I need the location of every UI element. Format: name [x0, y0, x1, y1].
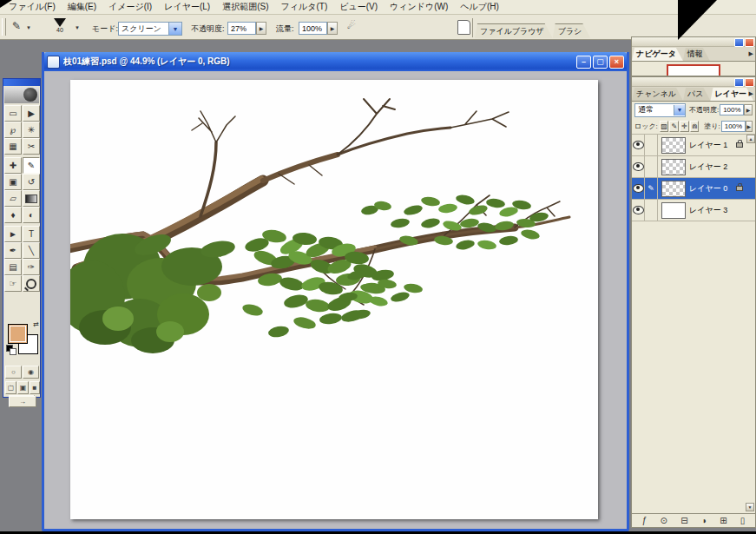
tool-clone-stamp[interactable]: ▣	[4, 174, 22, 190]
menu-edit[interactable]: 編集(E)	[62, 0, 102, 14]
minimize-button[interactable]: –	[576, 56, 591, 69]
quick-mask-button[interactable]: ◉	[23, 366, 39, 379]
fullscreen-button[interactable]: ■	[30, 381, 40, 394]
visibility-toggle[interactable]	[632, 135, 645, 155]
tab-info[interactable]: 情報	[683, 48, 710, 61]
maximize-button[interactable]: ▢	[593, 56, 608, 69]
navigator-preview[interactable]	[667, 64, 720, 76]
lock-position-icon[interactable]: ✛	[680, 121, 689, 132]
layer-thumbnail[interactable]	[661, 181, 686, 197]
fill-arrow[interactable]: ▶	[746, 121, 753, 132]
fullscreen-menu-button[interactable]: ▣	[17, 381, 29, 394]
palette-well-tab-file-browser[interactable]: ファイルブラウザ	[475, 23, 553, 38]
visibility-toggle[interactable]	[632, 200, 645, 221]
mode-select[interactable]: スクリーン ▼	[118, 22, 182, 36]
opacity-slider-arrow[interactable]: ▶	[256, 22, 266, 35]
scroll-up-button[interactable]: ▲	[746, 135, 755, 143]
swap-colors-icon[interactable]: ⇄	[33, 320, 39, 328]
brush-preset-arrow[interactable]: ▼	[75, 25, 80, 30]
layers-opacity-arrow[interactable]: ▶	[744, 104, 753, 115]
tool-line[interactable]: ╲	[23, 242, 40, 259]
editing-cell[interactable]: ✎	[645, 178, 658, 199]
tool-history-brush[interactable]: ↺	[23, 174, 40, 190]
close-button[interactable]: ×	[609, 56, 624, 69]
foreground-color-swatch[interactable]	[8, 324, 28, 344]
brush-tool-icon[interactable]: ✎	[12, 20, 21, 32]
mode-select-arrow-icon[interactable]: ▼	[168, 23, 181, 35]
tool-gradient[interactable]	[23, 190, 40, 207]
menu-select[interactable]: 選択範囲(S)	[217, 0, 273, 14]
scroll-down-button[interactable]: ▼	[746, 503, 754, 511]
tab-channels[interactable]: チャンネル	[632, 88, 683, 101]
tool-notes[interactable]: ▤	[4, 259, 22, 275]
palette-close-button[interactable]	[745, 78, 754, 87]
new-layer-button[interactable]: ⊞	[720, 517, 726, 525]
menu-filter[interactable]: フィルタ(T)	[276, 0, 333, 14]
tab-paths[interactable]: パス	[683, 88, 710, 101]
add-layer-style-button[interactable]: ƒ	[642, 517, 648, 525]
options-bar-grip[interactable]	[2, 18, 6, 36]
tool-eyedropper[interactable]: ✑	[23, 259, 40, 275]
tab-layers[interactable]: レイヤー	[710, 88, 753, 101]
palette-well-tab-brushes[interactable]: ブラシ	[553, 23, 591, 38]
palette-minimize-button[interactable]	[734, 78, 744, 87]
layer-row-2[interactable]: レイヤー 2	[632, 156, 755, 178]
lock-all-icon[interactable]: ⋒	[690, 121, 700, 132]
flow-field[interactable]: 100%	[299, 22, 327, 35]
visibility-toggle[interactable]	[632, 156, 645, 177]
lock-paint-icon[interactable]: ✎	[669, 121, 679, 132]
tab-navigator[interactable]: ナビゲータ	[632, 48, 683, 61]
blend-mode-arrow-icon[interactable]: ▼	[674, 105, 685, 115]
menu-layer[interactable]: レイヤー(L)	[159, 0, 215, 14]
tool-eraser[interactable]: ▱	[4, 190, 22, 207]
tool-healing-brush[interactable]: ✚	[4, 157, 22, 174]
menu-image[interactable]: イメージ(I)	[103, 0, 157, 14]
tool-zoom[interactable]	[23, 275, 40, 292]
lock-transparency-icon[interactable]: ▨	[660, 121, 669, 132]
layer-thumbnail[interactable]	[661, 159, 686, 175]
brush-preset-picker[interactable]: 40	[49, 18, 71, 36]
visibility-toggle[interactable]	[632, 178, 645, 199]
layer-row-1[interactable]: レイヤー 1 ▲	[632, 135, 755, 156]
new-adjustment-layer-button[interactable]: ◑	[701, 517, 707, 525]
link-cell[interactable]	[645, 156, 658, 177]
delete-layer-button[interactable]: ▯	[740, 517, 746, 525]
tool-move[interactable]: ▶	[23, 105, 40, 122]
link-cell[interactable]	[645, 200, 658, 221]
layers-title-bar[interactable]	[632, 77, 755, 87]
standard-mode-button[interactable]: ○	[5, 366, 22, 379]
tool-crop[interactable]: ▦	[4, 138, 22, 155]
palette-close-button[interactable]	[745, 38, 754, 47]
opacity-field[interactable]: 27%	[227, 22, 256, 35]
jump-to-imageready-button[interactable]: →	[9, 396, 36, 407]
file-browser-toggle-icon[interactable]	[457, 20, 470, 35]
tool-brush[interactable]: ✎	[23, 157, 40, 174]
standard-screen-button[interactable]: ▢	[5, 381, 16, 394]
layer-row-0-selected[interactable]: ✎ レイヤー 0	[632, 178, 755, 200]
brush-tool-dropdown-arrow[interactable]: ▼	[26, 25, 31, 30]
layer-thumbnail[interactable]	[661, 137, 686, 154]
tool-dodge[interactable]: ◐	[23, 207, 40, 223]
tool-pen[interactable]: ✒	[4, 242, 22, 259]
layers-opacity-field[interactable]: 100%	[720, 104, 744, 115]
link-cell[interactable]	[645, 135, 658, 155]
tool-lasso[interactable]: ℘	[4, 122, 22, 138]
palette-minimize-button[interactable]	[734, 38, 744, 47]
default-colors-icon[interactable]	[6, 345, 15, 353]
palette-menu-arrow-icon[interactable]: ▶	[749, 90, 753, 97]
tool-marquee[interactable]: ▭	[4, 105, 22, 122]
layer-row-3[interactable]: レイヤー 3	[632, 200, 755, 221]
tool-type[interactable]: T	[23, 226, 40, 242]
layer-thumbnail[interactable]	[661, 202, 686, 219]
menu-view[interactable]: ビュー(V)	[334, 0, 383, 14]
airbrush-toggle-icon[interactable]: ☄	[347, 20, 356, 31]
tool-slice[interactable]: ✂	[23, 138, 40, 155]
blend-mode-select[interactable]: 通常 ▼	[634, 103, 686, 117]
new-layer-set-button[interactable]: ⊟	[680, 517, 687, 525]
menu-help[interactable]: ヘルプ(H)	[455, 0, 504, 14]
flow-slider-arrow[interactable]: ▶	[327, 22, 338, 35]
menu-window[interactable]: ウィンドウ(W)	[385, 0, 453, 14]
tool-path-selection[interactable]: ►	[4, 226, 22, 242]
add-layer-mask-button[interactable]: ⊙	[660, 517, 667, 525]
tool-magic-wand[interactable]: ✳	[23, 122, 40, 138]
